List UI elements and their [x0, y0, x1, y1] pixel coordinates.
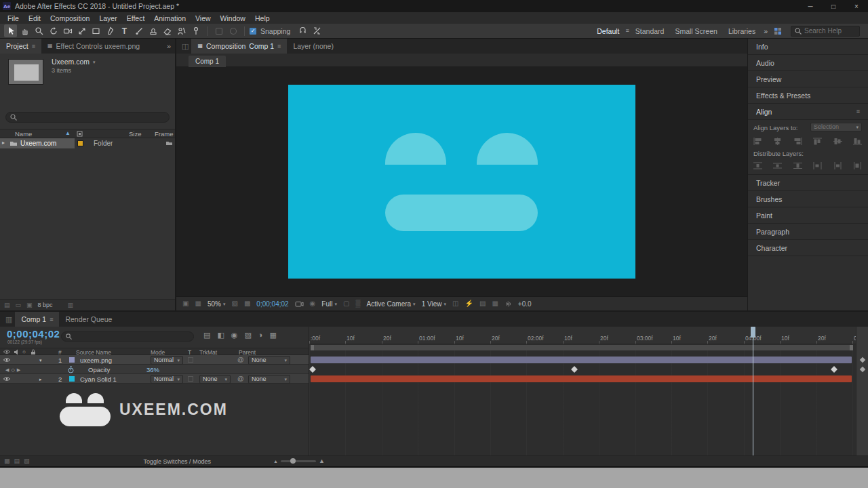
next-keyframe-icon[interactable]: ▶	[17, 367, 20, 372]
comp-mini-flowchart-icon[interactable]: ▤	[203, 331, 210, 339]
panel-header-brushes[interactable]: Brushes	[748, 191, 868, 207]
menu-view[interactable]: View	[191, 14, 216, 22]
snapping-label[interactable]: Snapping	[258, 27, 295, 35]
zoom-slider-knob[interactable]	[290, 458, 296, 464]
expander-icon[interactable]: ▸	[2, 140, 5, 146]
track-area[interactable]: :00f 10f 20f 01:00f 10f 20f 02:00f 10f 2…	[309, 327, 868, 455]
snapping-checkbox[interactable]: ✓	[250, 28, 256, 35]
layer-color-chip[interactable]	[69, 376, 75, 382]
timeline-zoom-slider[interactable]	[281, 460, 316, 462]
blend-mode-dropdown[interactable]: Normal▾	[151, 356, 183, 365]
project-search-input[interactable]	[20, 114, 155, 121]
panel-header-paragraph[interactable]: Paragraph	[748, 224, 868, 240]
prev-keyframe-icon[interactable]: ◀	[5, 367, 9, 372]
playhead-handle[interactable]	[751, 327, 755, 338]
panel-header-align[interactable]: Align≡	[748, 104, 868, 120]
resolution-dropdown[interactable]: Full▾	[321, 300, 337, 308]
opacity-keyframe[interactable]	[309, 366, 316, 373]
layer-bar-cyan-solid[interactable]	[311, 375, 852, 382]
layer-name[interactable]: Cyan Solid 1	[80, 374, 117, 384]
project-search-field[interactable]	[5, 112, 170, 123]
selection-tool-icon[interactable]	[4, 24, 17, 37]
flowchart-button-icon[interactable]: ▦	[492, 300, 498, 307]
align-center-h-button[interactable]	[772, 136, 783, 146]
menu-edit[interactable]: Edit	[24, 14, 45, 22]
layer-name[interactable]: uxeem.png	[80, 355, 112, 365]
distribute-center-h-button[interactable]	[832, 161, 844, 170]
label-column-icon[interactable]	[77, 131, 83, 137]
eye-icon[interactable]	[3, 355, 10, 365]
property-row-opacity[interactable]: ◀◇▶ Opacity 36%	[0, 365, 309, 374]
opacity-keyframe[interactable]	[831, 366, 837, 373]
label-color-swatch[interactable]	[77, 140, 83, 146]
tab-timeline-comp[interactable]: Comp 1≡	[15, 312, 59, 327]
column-size[interactable]: Size	[129, 130, 141, 138]
region-of-interest-icon[interactable]: ▢	[343, 300, 349, 307]
t-switch[interactable]	[188, 376, 193, 382]
snapshot-icon[interactable]	[295, 300, 304, 307]
panel-header-info[interactable]: Info	[748, 39, 868, 55]
fast-previews-icon[interactable]: ⚡	[465, 300, 473, 307]
track-navigator-strip[interactable]	[856, 327, 868, 455]
pan-behind-tool-icon[interactable]	[75, 24, 88, 37]
timeline-search-field[interactable]	[61, 331, 194, 342]
align-top-button[interactable]	[812, 136, 823, 146]
current-timecode[interactable]: 0;00;04;02	[7, 328, 60, 340]
parent-dropdown[interactable]: None▾	[248, 356, 290, 365]
align-left-button[interactable]	[752, 136, 764, 146]
row-name[interactable]: Uxeem.com	[20, 140, 56, 147]
new-composition-icon[interactable]: ▣	[26, 302, 33, 308]
snapping-option-icon-1[interactable]	[296, 24, 309, 37]
pickwhip-icon[interactable]: @	[237, 374, 244, 384]
rotation-tool-icon[interactable]	[47, 24, 60, 37]
hand-tool-icon[interactable]	[18, 24, 31, 37]
camera-dropdown[interactable]: Active Camera▾	[367, 300, 416, 308]
pen-tool-icon[interactable]	[104, 24, 117, 37]
layer-bar-uxeem[interactable]	[311, 357, 852, 363]
menu-help[interactable]: Help	[250, 14, 275, 22]
roto-brush-tool-icon[interactable]	[175, 24, 188, 37]
panel-header-character[interactable]: Character	[748, 240, 868, 256]
distribute-center-v-button[interactable]	[772, 161, 783, 170]
panel-header-preview[interactable]: Preview	[748, 71, 868, 87]
property-name[interactable]: Opacity	[88, 365, 110, 374]
show-snapshot-icon[interactable]: ◉	[310, 300, 316, 307]
layer-row-uxeem[interactable]: ▾ 1 uxeem.png Normal▾ @ None▾	[0, 355, 309, 365]
property-value[interactable]: 36%	[146, 365, 159, 374]
menu-file[interactable]: File	[3, 14, 24, 22]
work-area-bar[interactable]	[311, 345, 853, 350]
layer-row-cyan-solid[interactable]: ▸ 2 Cyan Solid 1 Normal▾ None▾ @ None▾	[0, 374, 309, 384]
add-keyframe-icon[interactable]: ◇	[11, 367, 14, 372]
panel-lock-icon[interactable]: ◫	[176, 39, 191, 54]
workspace-standard[interactable]: Standard	[631, 27, 669, 35]
tab-render-queue[interactable]: Render Queue	[59, 312, 118, 327]
panel-header-paint[interactable]: Paint	[748, 207, 868, 224]
mask-visibility-icon[interactable]: ▩	[244, 300, 250, 307]
project-row-folder[interactable]: ▸ Uxeem.com Folder	[0, 138, 175, 148]
align-right-button[interactable]	[792, 136, 804, 146]
distribute-right-button[interactable]	[852, 161, 863, 170]
puppet-pin-tool-icon[interactable]	[189, 24, 202, 37]
pixel-aspect-icon[interactable]: ◫	[452, 300, 458, 307]
zoom-in-mountain-icon[interactable]: ▲	[319, 458, 325, 464]
tab-layer[interactable]: Layer (none)	[287, 39, 340, 54]
pickwhip-icon[interactable]: @	[237, 355, 244, 365]
menu-effect[interactable]: Effect	[122, 14, 150, 22]
zoom-tool-icon[interactable]	[33, 24, 45, 37]
align-bottom-button[interactable]	[852, 136, 863, 146]
menu-composition[interactable]: Composition	[45, 14, 94, 22]
expand-transfer-controls-icon[interactable]: ▤	[14, 458, 20, 464]
exposure-value[interactable]: +0.0	[518, 300, 532, 308]
camera-tool-icon[interactable]	[61, 24, 74, 37]
expand-layer-switches-icon[interactable]: ▩	[4, 458, 10, 464]
keyframe-navigator[interactable]: ◀◇▶	[5, 365, 20, 374]
snapping-option-icon-2[interactable]	[311, 24, 323, 37]
parent-dropdown[interactable]: None▾	[248, 375, 290, 384]
eye-icon[interactable]	[3, 374, 10, 384]
expand-in-out-icon[interactable]: ▧	[24, 458, 30, 464]
work-area-end-handle[interactable]	[850, 345, 853, 350]
menu-layer[interactable]: Layer	[94, 14, 121, 22]
keyframe-lane[interactable]	[311, 365, 852, 374]
column-name[interactable]: Name	[15, 130, 32, 138]
panel-menu-icon[interactable]: ≡	[50, 317, 53, 323]
